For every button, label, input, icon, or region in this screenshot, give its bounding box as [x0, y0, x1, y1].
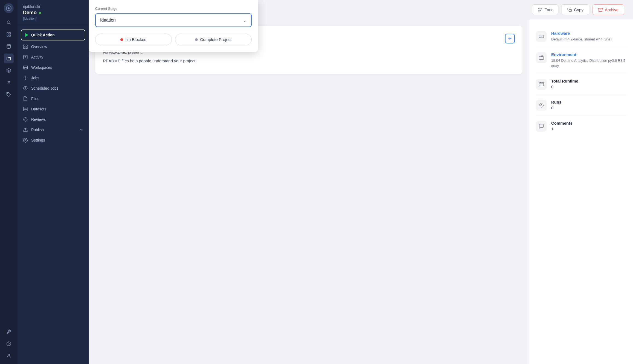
- sidebar-item-label: Files: [31, 96, 39, 101]
- total-runtime-label: Total Runtime: [551, 79, 578, 83]
- svg-rect-12: [26, 45, 27, 46]
- add-readme-button[interactable]: +: [505, 34, 515, 43]
- database-icon[interactable]: [4, 42, 14, 51]
- stage-select[interactable]: Ideation ⌄: [95, 13, 252, 27]
- sidebar-item-label: Scheduled Jobs: [31, 86, 59, 90]
- sidebar: njablonski Demo [Ideation] Quick Action …: [18, 0, 89, 364]
- sidebar-item-activity[interactable]: Activity: [18, 52, 89, 62]
- environment-label[interactable]: Environment: [551, 52, 626, 57]
- action-buttons: I'm Blocked Complete Project: [95, 34, 252, 45]
- fork-icon: [538, 8, 542, 12]
- sidebar-item-datasets[interactable]: Datasets: [18, 104, 89, 114]
- svg-point-20: [24, 118, 27, 121]
- project-title: Demo: [23, 10, 83, 16]
- search-icon[interactable]: [4, 17, 14, 27]
- sidebar-nav: Quick Action Overview Activity Workspace…: [18, 25, 89, 364]
- svg-point-17: [25, 77, 26, 79]
- sidebar-item-reviews[interactable]: Reviews: [18, 114, 89, 125]
- tag-icon[interactable]: [4, 90, 14, 99]
- environment-value: 18.04 Domino Analytics Distribution py3.…: [551, 58, 626, 69]
- sidebar-item-files[interactable]: Files: [18, 93, 89, 104]
- app-logo[interactable]: [4, 3, 14, 13]
- svg-point-9: [9, 345, 9, 345]
- grid-icon[interactable]: [4, 30, 14, 39]
- project-name: Demo: [23, 10, 37, 16]
- sidebar-item-label: Datasets: [31, 107, 46, 111]
- question-icon[interactable]: [4, 339, 14, 349]
- readme-help-text: README files help people understand your…: [103, 58, 515, 64]
- environment-content: Environment 18.04 Domino Analytics Distr…: [551, 52, 626, 69]
- svg-rect-27: [569, 9, 571, 12]
- runs-info: Runs 0: [536, 95, 626, 116]
- sidebar-item-label: Settings: [31, 138, 45, 142]
- archive-button[interactable]: Archive: [593, 4, 624, 15]
- comments-icon: [536, 121, 547, 132]
- blocked-button[interactable]: I'm Blocked: [95, 34, 172, 45]
- wrench-icon[interactable]: [4, 327, 14, 337]
- hardware-info: Hardware Default (m4.2xlarge, shared w/ …: [536, 26, 626, 47]
- icon-bar: [0, 0, 18, 364]
- sidebar-item-label: Jobs: [31, 76, 39, 80]
- copy-button[interactable]: Copy: [562, 4, 589, 15]
- complete-label: Complete Project: [200, 37, 231, 42]
- project-stage: [Ideation]: [23, 17, 83, 20]
- svg-point-1: [7, 21, 10, 24]
- fork-button[interactable]: Fork: [532, 4, 558, 15]
- svg-point-19: [24, 107, 27, 108]
- blocked-indicator: [120, 38, 123, 41]
- svg-rect-13: [24, 47, 25, 49]
- complete-project-button[interactable]: Complete Project: [175, 34, 252, 45]
- hardware-label[interactable]: Hardware: [551, 31, 612, 36]
- comments-value: 1: [551, 127, 573, 131]
- arrow-icon[interactable]: [4, 78, 14, 87]
- right-panel: Hardware Default (m4.2xlarge, shared w/ …: [529, 19, 633, 364]
- environment-icon: [536, 52, 547, 63]
- sidebar-item-scheduled-jobs[interactable]: Scheduled Jobs: [18, 83, 89, 93]
- archive-icon: [598, 8, 603, 12]
- hardware-content: Hardware Default (m4.2xlarge, shared w/ …: [551, 31, 612, 42]
- sidebar-item-workspaces[interactable]: Workspaces: [18, 62, 89, 73]
- svg-point-24: [539, 10, 539, 11]
- user-icon[interactable]: [4, 351, 14, 361]
- folder-icon[interactable]: [4, 54, 14, 63]
- total-runtime-info: Total Runtime 0: [536, 74, 626, 95]
- svg-point-33: [541, 104, 542, 106]
- svg-point-10: [8, 354, 10, 356]
- copy-icon: [567, 8, 572, 12]
- svg-point-32: [539, 103, 544, 107]
- complete-indicator: [195, 38, 198, 41]
- runs-icon: [536, 100, 547, 111]
- hardware-value: Default (m4.2xlarge, shared w/ 4 runs): [551, 37, 612, 42]
- svg-point-21: [25, 119, 26, 120]
- comments-label: Comments: [551, 121, 573, 125]
- cube-icon[interactable]: [4, 66, 14, 75]
- sidebar-item-publish[interactable]: Publish: [18, 125, 89, 135]
- play-icon: [25, 33, 28, 37]
- selected-stage-value: Ideation: [100, 18, 116, 23]
- total-runtime-content: Total Runtime 0: [551, 79, 578, 89]
- total-runtime-value: 0: [551, 84, 578, 89]
- current-stage-label: Current Stage: [95, 7, 252, 11]
- svg-rect-14: [26, 47, 27, 49]
- runs-label: Runs: [551, 100, 562, 104]
- quick-action-label: Quick Action: [31, 33, 55, 37]
- svg-rect-2: [7, 33, 8, 34]
- svg-point-6: [7, 45, 11, 46]
- comments-info: Comments 1: [536, 116, 626, 137]
- chevron-down-icon: ⌄: [243, 17, 247, 23]
- blocked-label: I'm Blocked: [125, 37, 146, 42]
- username: njablonski: [23, 4, 83, 9]
- active-indicator: [39, 12, 41, 14]
- sidebar-item-jobs[interactable]: Jobs: [18, 73, 89, 83]
- copy-label: Copy: [574, 7, 583, 12]
- sidebar-item-overview[interactable]: Overview: [18, 42, 89, 52]
- quick-action-button[interactable]: Quick Action: [21, 30, 85, 40]
- sidebar-item-label: Reviews: [31, 117, 46, 122]
- svg-rect-31: [539, 82, 544, 86]
- info-section: Hardware Default (m4.2xlarge, shared w/ …: [536, 26, 626, 137]
- svg-rect-28: [599, 8, 603, 9]
- content-area: Readme + No README present. README files…: [89, 19, 633, 364]
- fork-label: Fork: [544, 7, 553, 12]
- svg-rect-3: [9, 33, 11, 34]
- sidebar-item-settings[interactable]: Settings: [18, 135, 89, 145]
